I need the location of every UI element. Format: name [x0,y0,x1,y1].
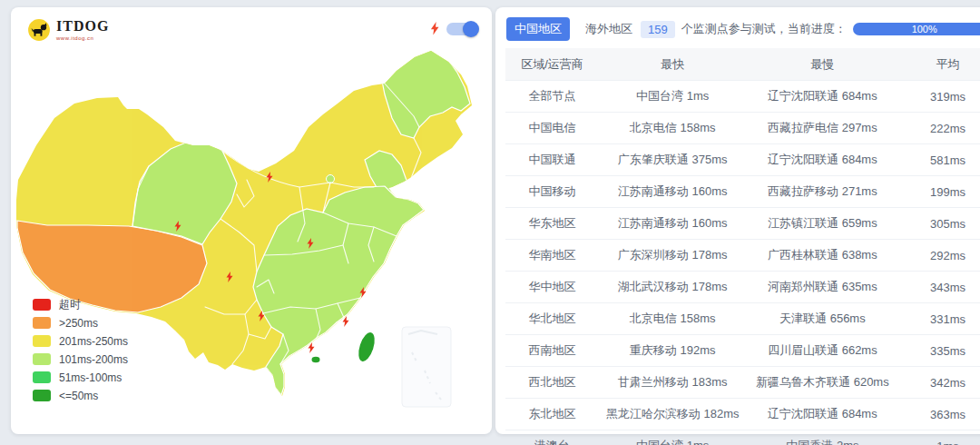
progress-label: 100% [912,25,937,35]
south-china-sea-inset [402,327,451,407]
monitor-text: 个监测点参与测试，当前进度： [681,21,847,37]
itdog-dog-icon [27,18,51,42]
table-cell: 甘肃兰州移动 183ms [599,367,747,399]
table-cell: 辽宁沈阳联通 684ms [746,399,898,430]
table-cell: 北京电信 158ms [599,303,747,335]
legend-swatch [33,299,51,311]
table-row[interactable]: 全部节点中国台湾 1ms辽宁沈阳联通 684ms319ms [505,81,980,113]
table-cell: 西藏拉萨移动 271ms [746,176,898,208]
province-taiwan[interactable] [356,331,377,363]
legend-swatch [33,353,51,365]
legend-item: >250ms [33,317,128,329]
province-beijing[interactable] [327,175,335,183]
legend-swatch [33,317,51,329]
legend-swatch [33,390,51,401]
table-cell: 363ms [898,399,980,430]
table-cell: 四川眉山联通 662ms [746,335,898,367]
legend-item: 超时 [33,299,128,311]
table-cell: 中国电信 [505,113,599,144]
results-table: 区域/运营商最快最慢平均 全部节点中国台湾 1ms辽宁沈阳联通 684ms319… [505,48,980,445]
table-cell: 湖北武汉移动 178ms [599,272,747,303]
table-cell: 292ms [898,240,980,272]
tab-overseas-region[interactable]: 海外地区 [577,17,641,41]
table-cell: 江苏镇江联通 659ms [746,208,898,240]
table-cell: 中国台湾 1ms [599,81,747,113]
column-header: 最快 [599,48,747,81]
table-cell: 335ms [898,335,980,367]
table-row[interactable]: 东北地区黑龙江哈尔滨移动 182ms辽宁沈阳联通 684ms363ms [505,399,980,430]
table-header-row: 区域/运营商最快最慢平均 [505,48,980,81]
table-cell: 广东肇庆联通 375ms [599,144,747,176]
table-row[interactable]: 西北地区甘肃兰州移动 183ms新疆乌鲁木齐联通 620ms342ms [505,367,980,399]
legend-swatch [33,371,51,383]
map-card: ITDOG www.itdog.cn [11,7,492,434]
legend-item: 51ms-100ms [33,371,128,383]
table-cell: 331ms [898,303,980,335]
column-header: 平均 [898,48,980,81]
legend-label: >250ms [59,317,98,330]
table-cell: 重庆移动 192ms [599,335,747,367]
table-cell: 天津联通 656ms [746,303,898,335]
table-cell: 广西桂林联通 638ms [746,240,898,272]
table-row[interactable]: 中国电信北京电信 158ms西藏拉萨电信 297ms222ms [505,113,980,144]
monitor-info: 159 个监测点参与测试，当前进度： 100% [641,21,980,38]
lightning-icon [429,22,440,35]
table-cell: 河南郑州联通 635ms [746,272,898,303]
logo-subtitle: www.itdog.cn [56,35,109,41]
table-cell: 华中地区 [505,272,599,303]
progress-bar: 100% [853,23,980,35]
legend-label: 51ms-100ms [59,371,122,384]
table-cell: 华北地区 [505,303,599,335]
table-row[interactable]: 华中地区湖北武汉移动 178ms河南郑州联通 635ms343ms [505,272,980,303]
toggle-knob [463,21,479,37]
table-cell: 辽宁沈阳联通 684ms [746,144,898,176]
table-cell: 广东深圳移动 178ms [599,240,747,272]
map-legend: 超时>250ms201ms-250ms101ms-200ms51ms-100ms… [33,299,128,401]
table-cell: 199ms [898,176,980,208]
column-header: 最慢 [746,48,898,81]
table-cell: 西藏拉萨电信 297ms [746,113,898,144]
legend-label: 101ms-200ms [59,353,128,366]
itdog-logo[interactable]: ITDOG www.itdog.cn [27,18,109,42]
table-cell: 北京电信 158ms [599,113,747,144]
table-cell: 581ms [898,144,980,176]
logo-title: ITDOG [56,19,109,34]
legend-label: 超时 [59,297,81,312]
table-cell: 辽宁沈阳联通 684ms [746,81,898,113]
table-row[interactable]: 西南地区重庆移动 192ms四川眉山联通 662ms335ms [505,335,980,367]
table-row[interactable]: 华北地区北京电信 158ms天津联通 656ms331ms [505,303,980,335]
column-header: 区域/运营商 [505,48,599,81]
monitor-count-badge: 159 [641,21,675,38]
page: ITDOG www.itdog.cn [0,0,980,441]
table-cell: 中国移动 [505,176,599,208]
table-row[interactable]: 中国联通广东肇庆联通 375ms辽宁沈阳联通 684ms581ms [505,144,980,176]
table-cell: 342ms [898,367,980,399]
legend-item: 101ms-200ms [33,353,128,365]
table-cell: 中国台湾 1ms [599,430,747,445]
legend-swatch [33,335,51,347]
table-cell: 港澳台 [505,430,599,445]
table-cell: 江苏南通移动 160ms [599,176,747,208]
table-cell: 中国香港 2ms [746,430,898,445]
tab-china-region[interactable]: 中国地区 [506,17,570,41]
table-cell: 319ms [898,81,980,113]
table-row[interactable]: 港澳台中国台湾 1ms中国香港 2ms1ms [505,430,980,445]
results-table-body: 全部节点中国台湾 1ms辽宁沈阳联通 684ms319ms中国电信北京电信 15… [505,81,980,445]
table-cell: 1ms [898,430,980,445]
table-row[interactable]: 华东地区江苏南通移动 160ms江苏镇江联通 659ms305ms [505,208,980,240]
table-cell: 222ms [898,113,980,144]
table-cell: 中国联通 [505,144,599,176]
table-row[interactable]: 华南地区广东深圳移动 178ms广西桂林联通 638ms292ms [505,240,980,272]
table-cell: 西北地区 [505,367,599,399]
table-cell: 343ms [898,272,980,303]
table-cell: 华东地区 [505,208,599,240]
region-hongkong[interactable] [312,357,320,362]
table-row[interactable]: 中国移动江苏南通移动 160ms西藏拉萨移动 271ms199ms [505,176,980,208]
results-header: 中国地区 海外地区 159 个监测点参与测试，当前进度： 100% [506,17,980,41]
legend-label: 201ms-250ms [59,335,128,348]
legend-item: <=50ms [33,390,128,401]
table-cell: 西南地区 [505,335,599,367]
table-cell: 黑龙江哈尔滨移动 182ms [599,399,747,430]
legend-label: <=50ms [59,390,98,402]
node-marker-toggle[interactable] [446,23,477,35]
